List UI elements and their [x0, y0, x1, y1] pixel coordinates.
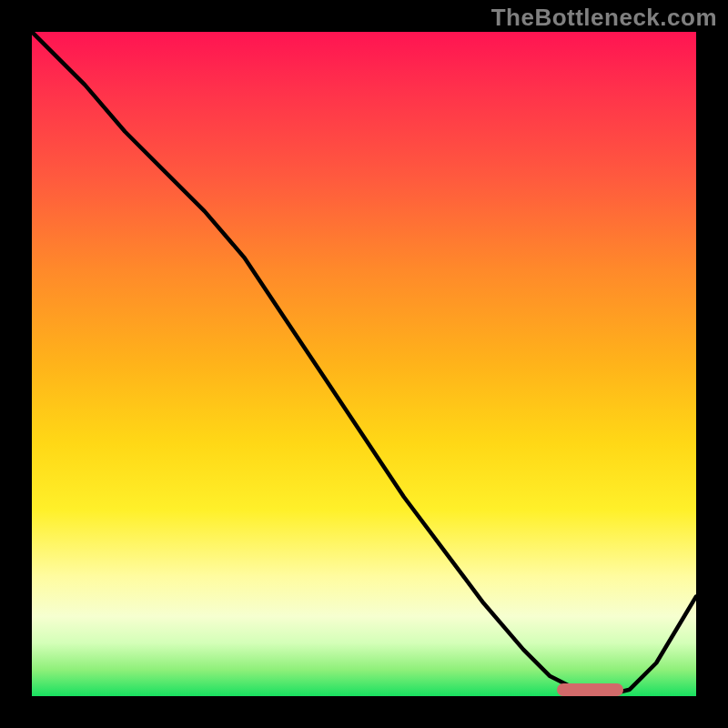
optimal-range-marker	[557, 683, 623, 696]
chart-frame: TheBottleneck.com	[0, 0, 728, 728]
bottleneck-curve	[32, 32, 696, 696]
watermark-text: TheBottleneck.com	[491, 4, 717, 32]
plot-area	[32, 32, 696, 696]
